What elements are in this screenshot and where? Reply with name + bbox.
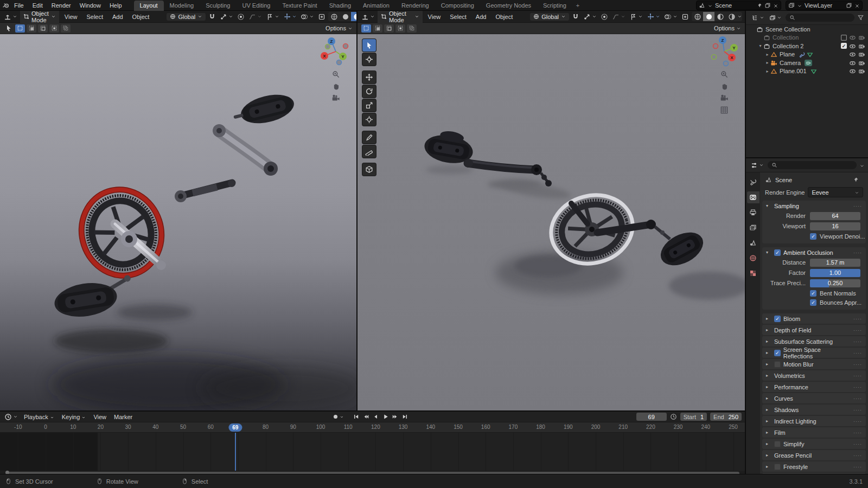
outliner-row[interactable]: ▸Plane.001 <box>746 67 868 76</box>
select-mode-subtract-button[interactable] <box>38 24 48 33</box>
checkbox-viewport-denoi-[interactable]: ✓ <box>810 233 816 240</box>
close-icon[interactable] <box>854 2 860 8</box>
panel-indirect-lighting[interactable]: ▸Indirect Lighting···· <box>762 416 866 426</box>
panel-checkbox-bloom[interactable]: ✓ <box>774 316 781 322</box>
tool-move-button[interactable] <box>362 71 376 84</box>
field-viewport[interactable]: 16 <box>810 222 860 230</box>
proportional-editing-button[interactable] <box>599 13 609 21</box>
tool-options-dropdown[interactable]: Options <box>326 25 353 31</box>
new-viewlayer-icon[interactable] <box>846 2 852 9</box>
drag-handle[interactable]: ···· <box>853 203 862 209</box>
menu-help[interactable]: Help <box>105 0 126 11</box>
viewport-menu-select[interactable]: Select <box>82 14 107 20</box>
camera-view-button[interactable] <box>720 94 729 102</box>
proportional-falloff-button[interactable] <box>247 13 263 21</box>
viewlayer-name[interactable]: ViewLayer <box>805 2 844 9</box>
modifier-icon[interactable] <box>799 51 805 58</box>
properties-tab-scene[interactable] <box>747 237 760 249</box>
viewport-menu-select[interactable]: Select <box>446 14 470 20</box>
shading-material-preview-button[interactable] <box>714 12 726 21</box>
outliner-item-label[interactable]: Plane.001 <box>780 68 807 74</box>
axis-z-negative-dot[interactable] <box>337 60 342 65</box>
expand-arrow[interactable]: ▸ <box>764 52 770 57</box>
workspace-tab-animation[interactable]: Animation <box>357 1 395 11</box>
scene-selector[interactable]: Scene <box>696 1 781 10</box>
select-mode-extend-button[interactable] <box>373 24 382 33</box>
drag-handle[interactable]: ···· <box>853 464 862 470</box>
mode-dropdown[interactable]: Object Mode <box>378 11 423 24</box>
ambient-occlusion-checkbox[interactable]: ✓ <box>774 249 781 256</box>
camera-visibility-icon[interactable] <box>858 34 865 41</box>
frame-start-field[interactable]: Start 1 <box>680 413 707 421</box>
camera-visibility-icon[interactable] <box>858 59 865 67</box>
workspace-tab-rendering[interactable]: Rendering <box>395 1 435 11</box>
blender-logo-icon[interactable] <box>2 1 10 9</box>
eye-icon[interactable] <box>849 50 856 58</box>
add-workspace-button[interactable]: + <box>572 1 583 11</box>
drag-handle[interactable]: ···· <box>853 430 862 435</box>
panel-checkbox-freestyle[interactable] <box>774 464 781 470</box>
timeline-tracks[interactable] <box>0 432 745 471</box>
select-mode-intersect-button[interactable] <box>61 24 71 33</box>
panel-simplify[interactable]: ▸Simplify···· <box>762 439 866 449</box>
scene-name[interactable]: Scene <box>715 2 754 9</box>
properties-search-input[interactable] <box>768 161 857 169</box>
select-mode-subtract-button[interactable] <box>384 24 394 33</box>
snap-settings-button[interactable] <box>582 13 598 21</box>
axis-y-negative-dot[interactable] <box>326 44 330 49</box>
workspace-tab-layout[interactable]: Layout <box>134 1 164 11</box>
viewport-menu-object[interactable]: Object <box>129 14 154 20</box>
workspace-tab-sculpting[interactable]: Sculpting <box>200 1 236 11</box>
field-render[interactable]: 64 <box>810 212 860 220</box>
workspace-tab-uv-editing[interactable]: UV Editing <box>236 1 276 11</box>
properties-tab-texture[interactable] <box>747 267 760 279</box>
proportional-editing-button[interactable] <box>236 13 246 21</box>
properties-tab-render[interactable] <box>747 191 760 203</box>
outliner-row[interactable]: ▸Plane <box>746 50 868 59</box>
drag-handle[interactable]: ···· <box>853 339 862 344</box>
chevron-down-icon[interactable] <box>859 162 865 168</box>
workspace-tab-compositing[interactable]: Compositing <box>435 1 480 11</box>
transform-orientation-dropdown[interactable]: Global <box>530 13 569 21</box>
drag-handle[interactable]: ···· <box>853 407 862 413</box>
outliner-item-label[interactable]: Plane <box>780 51 795 57</box>
camera-visibility-icon[interactable] <box>858 67 865 75</box>
previous-keyframe-button[interactable] <box>361 413 371 421</box>
drag-handle[interactable]: ···· <box>853 441 862 447</box>
slider-factor[interactable]: 1.00 <box>810 269 860 277</box>
properties-tab-output[interactable] <box>747 207 760 219</box>
playhead[interactable]: 69 <box>228 423 242 432</box>
drag-handle[interactable]: ···· <box>853 373 862 378</box>
mesh-data-icon[interactable] <box>807 51 813 58</box>
timeline-menu-marker[interactable]: Marker <box>110 414 136 420</box>
outliner-search-input[interactable] <box>786 14 854 22</box>
properties-tab-view-layer[interactable] <box>747 222 760 234</box>
transform-orientation-dropdown[interactable]: Global <box>167 13 206 21</box>
expand-arrow[interactable]: ▸ <box>764 69 770 74</box>
workspace-tab-shading[interactable]: Shading <box>323 1 357 11</box>
camera-visibility-icon[interactable] <box>858 50 865 58</box>
snap-toggle-button[interactable] <box>571 13 580 21</box>
xray-toggle-button[interactable] <box>317 13 327 21</box>
camera-data-icon[interactable] <box>805 60 812 66</box>
timeline-menu-playback[interactable]: Playback <box>20 414 58 420</box>
panel-checkbox-screen-space-reflections[interactable]: ✓ <box>774 350 781 356</box>
expand-arrow[interactable]: ▸ <box>764 60 770 65</box>
outliner-display-mode-button[interactable] <box>768 15 783 21</box>
drag-handle[interactable]: ···· <box>853 350 862 356</box>
panel-curves[interactable]: ▸Curves···· <box>762 393 866 403</box>
select-mode-intersect-button[interactable] <box>407 24 417 33</box>
viewport-menu-view[interactable]: View <box>61 14 81 20</box>
outliner-item-label[interactable]: Collection <box>773 34 799 41</box>
mode-dropdown[interactable]: Object Mode <box>20 11 59 24</box>
panel-depth-of-field[interactable]: ▸Depth of Field···· <box>762 325 866 335</box>
axis-x-negative-dot[interactable] <box>713 44 718 49</box>
outliner-row[interactable]: ▾Collection 2✓ <box>746 42 868 50</box>
viewport-menu-add[interactable]: Add <box>472 14 490 20</box>
panel-checkbox-motion-blur[interactable] <box>774 361 781 368</box>
drag-handle[interactable]: ···· <box>853 453 862 458</box>
tool-cursor-button[interactable] <box>362 53 376 66</box>
chevron-down-icon[interactable] <box>737 14 742 19</box>
eye-icon[interactable] <box>849 67 856 75</box>
visibility-dropdown-button[interactable] <box>628 13 644 21</box>
